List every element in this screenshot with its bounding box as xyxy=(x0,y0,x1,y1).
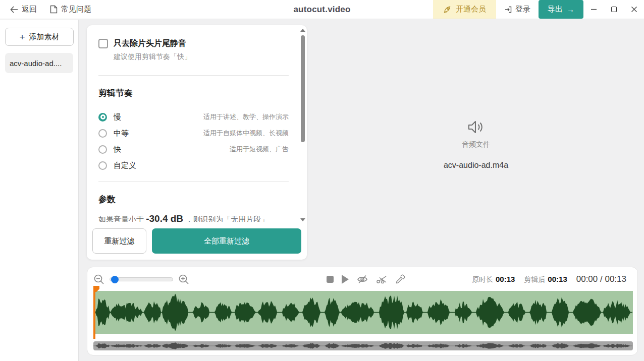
minimap-svg xyxy=(93,341,633,350)
main-area: 只去除片头片尾静音 建议使用剪辑节奏「快」 剪辑节奏 慢适用于讲述、教学、操作演… xyxy=(79,20,644,361)
refilter-button[interactable]: 重新过滤 xyxy=(92,228,146,254)
trim-only-hint: 建议使用剪辑节奏「快」 xyxy=(114,52,289,62)
radio-icon[interactable] xyxy=(98,113,107,122)
tempo-option-desc: 适用于自媒体中视频、长视频 xyxy=(203,129,289,138)
params-section-title: 参数 xyxy=(98,194,289,205)
tempo-section-title: 剪辑节奏 xyxy=(98,87,289,99)
close-button[interactable] xyxy=(624,0,644,19)
tempo-option-label: 快 xyxy=(114,145,121,154)
tempo-option[interactable]: 中等适用于自媒体中视频、长视频 xyxy=(98,125,289,141)
maximize-button[interactable] xyxy=(604,0,624,19)
waveform-minimap[interactable] xyxy=(93,341,633,350)
maximize-icon xyxy=(611,6,617,13)
membership-button[interactable]: 开通会员 xyxy=(433,0,496,19)
threshold-prefix: 如果音量小于 xyxy=(98,215,146,222)
back-button[interactable]: 返回 xyxy=(10,5,37,14)
login-button[interactable]: 登录 xyxy=(496,5,539,14)
back-label: 返回 xyxy=(22,5,37,14)
radio-icon[interactable] xyxy=(98,129,107,138)
back-arrow-icon xyxy=(10,6,18,13)
playback-position: 00:00 / 00:13 xyxy=(576,274,626,284)
tempo-option[interactable]: 快适用于短视频、广告 xyxy=(98,141,289,157)
media-file-name: acv-audio-ad.m4a xyxy=(444,161,508,170)
faq-button[interactable]: 常见问题 xyxy=(50,5,91,14)
scroll-down-arrow-icon[interactable] xyxy=(300,218,305,221)
plus-icon: + xyxy=(19,32,25,42)
divider xyxy=(98,75,289,76)
waveform-track[interactable] xyxy=(93,291,633,334)
rocket-icon xyxy=(443,5,452,14)
app-title: autocut.video xyxy=(293,5,350,15)
material-file-list: acv-audio-ad.... xyxy=(5,53,73,73)
threshold-suffix: ，则识别为「无用片段」 xyxy=(183,215,269,222)
timeline-zoom-slider[interactable] xyxy=(110,277,173,281)
speaker-icon xyxy=(467,119,485,135)
sidebar: + 添加素材 acv-audio-ad.... xyxy=(0,20,79,361)
close-icon xyxy=(631,6,637,13)
cut-button[interactable] xyxy=(376,275,387,284)
waveform-svg xyxy=(93,291,633,334)
divider xyxy=(98,182,289,182)
zoom-in-icon xyxy=(178,274,189,285)
tempo-option-label: 中等 xyxy=(114,129,129,138)
title-bar: 返回 常见问题 autocut.video 开通会员 登录 导出 → xyxy=(0,0,644,19)
media-type-label: 音频文件 xyxy=(444,140,508,149)
login-label: 登录 xyxy=(515,5,530,14)
eye-off-icon xyxy=(357,274,368,284)
refilter-all-button[interactable]: 全部重新过滤 xyxy=(152,228,301,254)
tempo-option-desc: 适用于讲述、教学、操作演示 xyxy=(203,112,289,122)
minimize-icon xyxy=(591,6,597,13)
file-item[interactable]: acv-audio-ad.... xyxy=(5,53,73,73)
add-material-label: 添加素材 xyxy=(29,32,60,42)
slider-thumb[interactable] xyxy=(111,276,119,283)
scissors-icon xyxy=(376,275,387,284)
membership-label: 开通会员 xyxy=(456,5,486,14)
scrollbar-thumb[interactable] xyxy=(301,35,305,142)
tempo-option-label: 慢 xyxy=(114,112,121,122)
stop-button[interactable] xyxy=(327,276,334,283)
login-icon xyxy=(504,6,512,14)
radio-icon[interactable] xyxy=(98,161,107,170)
timeline-panel: 原时长00:13 剪辑后00:13 00:00 / 00:13 xyxy=(87,267,638,355)
original-duration: 原时长00:13 xyxy=(472,275,515,284)
trim-only-checkbox[interactable] xyxy=(98,39,108,48)
export-button[interactable]: 导出 → xyxy=(539,0,583,19)
minimize-button[interactable] xyxy=(583,0,604,19)
zoom-out-button[interactable] xyxy=(93,274,104,285)
settings-scrollbar[interactable] xyxy=(300,27,306,223)
volume-threshold-line: 如果音量小于 -30.4 dB ，则识别为「无用片段」 xyxy=(98,213,289,222)
settings-panel: 只去除片头片尾静音 建议使用剪辑节奏「快」 剪辑节奏 慢适用于讲述、教学、操作演… xyxy=(87,25,307,260)
dropper-icon xyxy=(395,274,405,284)
tempo-option-desc: 适用于短视频、广告 xyxy=(230,145,289,154)
zoom-in-button[interactable] xyxy=(178,274,189,285)
picker-button[interactable] xyxy=(395,274,405,284)
export-label: 导出 xyxy=(548,5,563,14)
playhead[interactable] xyxy=(93,286,95,339)
play-button[interactable] xyxy=(342,275,349,284)
zoom-out-icon xyxy=(93,274,104,285)
edited-duration: 剪辑后00:13 xyxy=(524,275,567,284)
tempo-option[interactable]: 慢适用于讲述、教学、操作演示 xyxy=(98,109,289,125)
scroll-up-arrow-icon[interactable] xyxy=(300,29,305,32)
media-preview: 音频文件 acv-audio-ad.m4a xyxy=(444,119,508,170)
tempo-options: 慢适用于讲述、教学、操作演示中等适用于自媒体中视频、长视频快适用于短视频、广告自… xyxy=(98,109,289,173)
hide-segments-button[interactable] xyxy=(357,274,368,284)
faq-label: 常见问题 xyxy=(61,5,91,14)
stop-icon xyxy=(327,276,334,283)
window-controls xyxy=(583,0,644,19)
settings-scroll-area: 只去除片头片尾静音 建议使用剪辑节奏「快」 剪辑节奏 慢适用于讲述、教学、操作演… xyxy=(87,25,307,224)
export-arrow-icon: → xyxy=(567,5,574,14)
threshold-value[interactable]: -30.4 dB xyxy=(146,213,183,222)
trim-only-label: 只去除片头片尾静音 xyxy=(114,38,186,49)
radio-icon[interactable] xyxy=(98,145,107,154)
play-icon xyxy=(342,275,349,284)
add-material-button[interactable]: + 添加素材 xyxy=(5,28,74,46)
document-icon xyxy=(50,5,58,14)
tempo-option[interactable]: 自定义 xyxy=(98,157,289,173)
tempo-option-label: 自定义 xyxy=(114,161,136,170)
